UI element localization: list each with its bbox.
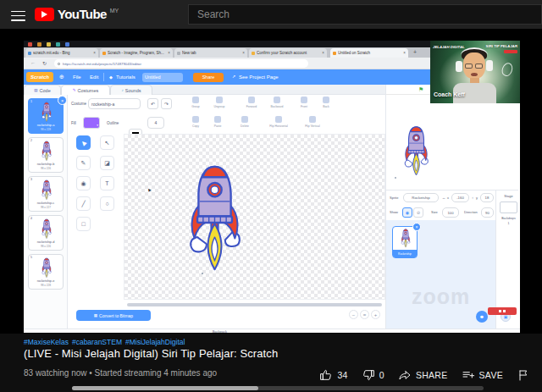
share-button[interactable]: SHARE (398, 368, 448, 382)
newtab-favicon (177, 52, 180, 55)
sprite-card-rocketship: Rocketship × (392, 226, 418, 258)
glasses-lens-left (465, 63, 473, 69)
hashtag-row: #MaxiseKelas #cabaranSTEM #MisiJelajahDi… (24, 338, 185, 346)
presenter-name-label: Coach Keff (434, 91, 465, 97)
editor-tabs-row: ▤ Code ✎ Costumes ♪ Sounds (24, 85, 385, 95)
lock-icon (58, 63, 60, 65)
menu-see-project-page: See Project Page (239, 75, 279, 80)
like-button[interactable]: 34 (319, 368, 347, 382)
front-button: Front (293, 97, 315, 108)
costume-item: 2 rocketship-b 98 x 226 (28, 137, 64, 173)
group-icon (192, 97, 199, 103)
flip-vertical-icon (309, 116, 316, 123)
delete-costume-icon: × (58, 96, 67, 105)
costume-thumbnail (41, 257, 53, 279)
paste-button: Paste (207, 116, 229, 128)
tab-costumes: ✎ Costumes (61, 85, 110, 95)
dislike-button[interactable]: 0 (362, 368, 384, 382)
search-input[interactable] (188, 4, 542, 25)
video-surface[interactable]: scratch.mit.edu - Bing × Scratch - Imagi… (24, 41, 520, 333)
mouth (471, 73, 478, 76)
rocket-sprite (401, 125, 432, 179)
scratch-stage (385, 95, 518, 190)
redo-button: ↷ (161, 98, 172, 109)
tab-code: ▤ Code (24, 85, 61, 95)
green-flag-icon: ⚑ (418, 86, 423, 93)
fill-label: Fill (71, 121, 76, 125)
scrollbar-thumb[interactable] (72, 386, 258, 390)
youtube-logo[interactable]: YouTube MY (35, 7, 119, 21)
costume-thumbnail (41, 102, 53, 124)
eraser-tool: ◪ (100, 156, 114, 170)
tab-close-icon: × (242, 51, 245, 55)
share-label: SHARE (416, 370, 448, 380)
size-value-field: 100 (442, 207, 459, 218)
menu-tutorials: Tutorials (116, 75, 136, 80)
face (463, 52, 485, 79)
save-label: SAVE (479, 370, 503, 380)
costume-item: 5 rocketship-e 98 x 228 (28, 254, 64, 290)
code-icon: ▤ (34, 88, 37, 92)
hashtag-link[interactable]: #cabaranSTEM (72, 338, 122, 346)
scratch-logo: Scratch (26, 72, 53, 82)
x-arrows-icon: ↔ (442, 196, 445, 200)
thumbs-down-icon (362, 368, 375, 382)
costume-thumbnail (41, 179, 53, 202)
fill-color-swatch: ▾ (83, 117, 100, 129)
dislike-count: 0 (379, 370, 384, 380)
ungroup-icon (216, 97, 223, 103)
share-arrow-icon (398, 368, 412, 382)
browser-tab-untitled-scratch: Untitled on Scratch × (330, 48, 408, 58)
stroke-width-field: 4 (147, 117, 164, 129)
sprite-label: Sprite (390, 196, 398, 200)
forward-icon (248, 97, 255, 103)
ungroup-button: Ungroup (208, 97, 230, 108)
url-text: https://scratch.mit.edu/projects/5748790… (63, 62, 141, 66)
back-button: Back (315, 97, 337, 108)
bottom-scrollbar[interactable] (72, 386, 484, 390)
flip-vertical-button: Flip Vertical (300, 116, 325, 128)
tab-close-icon: × (168, 51, 170, 55)
share-button: Share (193, 73, 224, 82)
menu-edit: Edit (90, 75, 98, 80)
reload-icon: ↻ (42, 60, 47, 66)
youtube-region-label: MY (110, 8, 119, 14)
costume-thumbnail (41, 218, 53, 240)
y-label: y (476, 196, 478, 200)
copy-icon (192, 116, 199, 123)
backward-icon (274, 97, 280, 103)
video-title: (LIVE - Misi Jelajah Digital) Siri Tip P… (24, 347, 278, 360)
paint-canvas: ▲ (124, 134, 385, 300)
menu-file: File (73, 75, 81, 80)
sprite-thumbnail (400, 229, 412, 249)
canvas-hscrollbar (127, 303, 382, 306)
video-meta: 83 watching now • Started streaming 4 mi… (24, 368, 217, 378)
like-count: 34 (337, 370, 347, 380)
show-visible-button: ◉ (402, 207, 412, 218)
convert-to-bitmap-button: ▦ Convert to Bitmap (76, 310, 151, 321)
report-button[interactable] (517, 368, 530, 382)
menu-icon[interactable] (11, 8, 25, 19)
webcam-red-badge (504, 50, 517, 53)
save-button[interactable]: SAVE (462, 368, 503, 382)
costume-name-field: rocketship-a (88, 98, 141, 109)
delete-button: Delete (234, 116, 256, 128)
size-label: Size (431, 210, 438, 214)
sprite-info-panel: Sprite Rocketship ↔ x -160 ↕ y 18 Show ◉… (385, 190, 495, 220)
delete-sprite-icon: × (412, 223, 421, 231)
hashtag-link[interactable]: #MaxiseKelas (24, 338, 69, 346)
youtube-header: YouTube MY (0, 0, 542, 29)
mail-favicon (252, 52, 255, 55)
select-tool: ▶ (76, 135, 91, 150)
group-button: Group (185, 97, 207, 108)
fill-tool: ◉ (76, 176, 91, 190)
hashtag-link[interactable]: #MisiJelajahDigital (125, 338, 185, 346)
circle-tool: ○ (100, 196, 114, 211)
address-bar: https://scratch.mit.edu/projects/5748790… (54, 59, 308, 68)
copy-button: Copy (185, 116, 207, 128)
brush-tool: ✎ (76, 156, 91, 170)
browser-tab-newtab: New tab × (174, 48, 247, 58)
mouse-cursor: ▲ (146, 186, 152, 193)
direction-label: Direction (464, 210, 478, 214)
show-hidden-button: ⊘ (413, 207, 423, 218)
